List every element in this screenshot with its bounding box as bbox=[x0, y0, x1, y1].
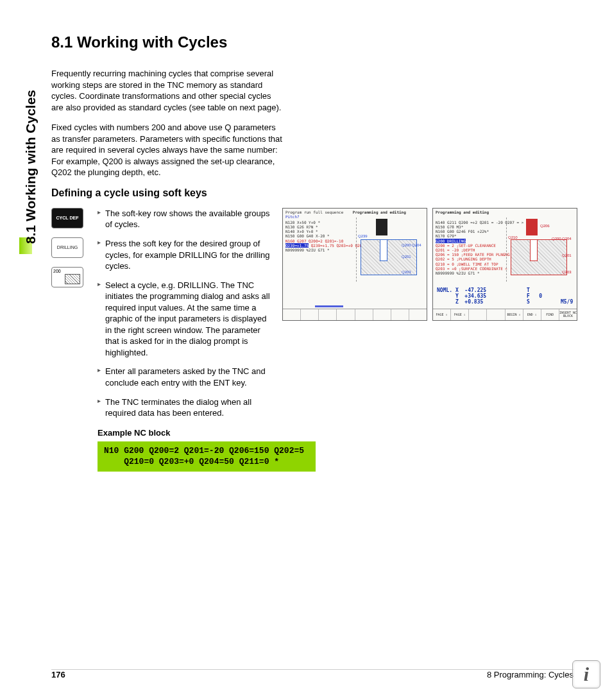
param-label: Q201 bbox=[402, 255, 411, 259]
pos-z: +0.835 bbox=[464, 299, 483, 305]
step-item: Press the soft key for the desired group… bbox=[98, 238, 271, 272]
screen-softkey[interactable] bbox=[373, 309, 391, 320]
softkey-200[interactable]: 200 bbox=[51, 267, 83, 287]
param-label: Q200 bbox=[402, 243, 411, 247]
intro-paragraph: Frequently recurring machining cycles th… bbox=[51, 68, 282, 113]
page-footer: 176 8 Programming: Cycles bbox=[51, 669, 574, 679]
example-label: Example NC block bbox=[98, 428, 271, 438]
softkey-selector-bar bbox=[315, 305, 343, 307]
page-number: 176 bbox=[51, 670, 65, 679]
step-item: Enter all parameters asked by the TNC an… bbox=[98, 366, 271, 388]
info-icon: i bbox=[572, 660, 600, 688]
screen-title: Programming and editing bbox=[436, 210, 489, 214]
param-label: Q239 bbox=[358, 234, 368, 238]
screen-softkey[interactable] bbox=[391, 309, 409, 320]
screen-softkey-row bbox=[283, 309, 427, 320]
hole-icon bbox=[380, 239, 387, 261]
steps-column: The soft-key row shows the available gro… bbox=[98, 208, 271, 472]
step-item: The TNC terminates the dialog when all r… bbox=[98, 397, 271, 419]
drill-icon bbox=[526, 219, 538, 235]
softkey-cycl-def[interactable]: CYCL DEF bbox=[51, 208, 83, 228]
screen-softkey[interactable] bbox=[283, 309, 301, 320]
nc-line-highlight: Q239=+1.75 bbox=[285, 243, 309, 248]
tnc-screen-left: Program run full sequence Programming an… bbox=[282, 208, 427, 321]
screen-graphic: Q239 Q200 Q204 Q201 Q203 bbox=[356, 218, 423, 282]
screen-softkey[interactable]: BEGIN ⇧ bbox=[506, 309, 523, 320]
screen-softkey[interactable] bbox=[355, 309, 373, 320]
screen-softkey[interactable]: FIND bbox=[541, 309, 559, 320]
hole-icon bbox=[530, 239, 538, 261]
nc-line-highlight: G200 DRILLING bbox=[436, 239, 466, 243]
screen-softkey[interactable] bbox=[487, 309, 505, 320]
screen-softkey[interactable]: PAGE ⇧ bbox=[433, 309, 451, 320]
screen-softkey[interactable] bbox=[337, 309, 355, 320]
screen-softkey[interactable]: END ⇩ bbox=[523, 309, 541, 320]
pos-y: +34.635 bbox=[464, 293, 486, 299]
screen-softkey[interactable] bbox=[319, 309, 337, 320]
screen-title: Programming and editing bbox=[353, 210, 406, 214]
screen-softkey[interactable] bbox=[301, 309, 319, 320]
step-item: The soft-key row shows the available gro… bbox=[98, 208, 271, 230]
softkey-column: CYCL DEF DRILLING 200 bbox=[51, 208, 86, 472]
page-title: 8.1 Working with Cycles bbox=[51, 33, 577, 51]
param-label: Q200 bbox=[552, 237, 561, 241]
footer-chapter: 8 Programming: Cycles bbox=[487, 670, 574, 679]
param-label: Q210 bbox=[508, 235, 518, 239]
param-label: Q203 bbox=[562, 270, 572, 274]
param-label: Q201 bbox=[562, 253, 572, 257]
workpiece-icon bbox=[511, 239, 567, 275]
screen-header: Programming and editing bbox=[436, 210, 489, 215]
pos-status: T F 0 S M5/9 bbox=[527, 287, 573, 305]
pos-x: -47.225 bbox=[464, 287, 486, 293]
screen-softkey[interactable]: INSERT NC BLOCK bbox=[559, 309, 577, 320]
screen-softkey[interactable] bbox=[409, 309, 427, 320]
screen-softkey[interactable]: PAGE ⇩ bbox=[451, 309, 469, 320]
content-row: CYCL DEF DRILLING 200 The soft-key row s… bbox=[51, 208, 577, 472]
subheading: Defining a cycle using soft keys bbox=[51, 187, 577, 199]
side-running-head: 8.1 Working with Cycles bbox=[23, 90, 38, 244]
screen-softkey-row: PAGE ⇧ PAGE ⇩ BEGIN ⇧ END ⇩ FIND INSERT … bbox=[433, 309, 577, 320]
intro-block: Frequently recurring machining cycles th… bbox=[51, 68, 577, 178]
intro-paragraph: Fixed cycles with numbers 200 and above … bbox=[51, 122, 282, 178]
position-display: NOML. X -47.225 Y +34.635 Z +0.835 T F 0… bbox=[437, 287, 486, 305]
screen-softkey[interactable] bbox=[469, 309, 487, 320]
param-label: Q203 bbox=[402, 270, 411, 274]
drill-icon bbox=[376, 219, 387, 235]
screen-prompt: Pitch? bbox=[285, 214, 300, 219]
illustrations: Program run full sequence Programming an… bbox=[282, 208, 577, 472]
step-item: Select a cycle, e.g. DRILLING. The TNC i… bbox=[98, 280, 271, 359]
param-label: Q204 bbox=[562, 237, 572, 241]
softkey-drilling[interactable]: DRILLING bbox=[51, 237, 83, 258]
param-label: Q206 bbox=[540, 224, 550, 228]
screen-graphic: Q206 Q210 Q200 Q204 Q201 Q203 bbox=[506, 218, 573, 282]
page-body: 8.1 Working with Cycles Frequently recur… bbox=[51, 33, 577, 472]
tnc-screen-right: Programming and editing N140 G211 Q200 =… bbox=[432, 208, 577, 321]
param-label: Q204 bbox=[412, 243, 421, 247]
